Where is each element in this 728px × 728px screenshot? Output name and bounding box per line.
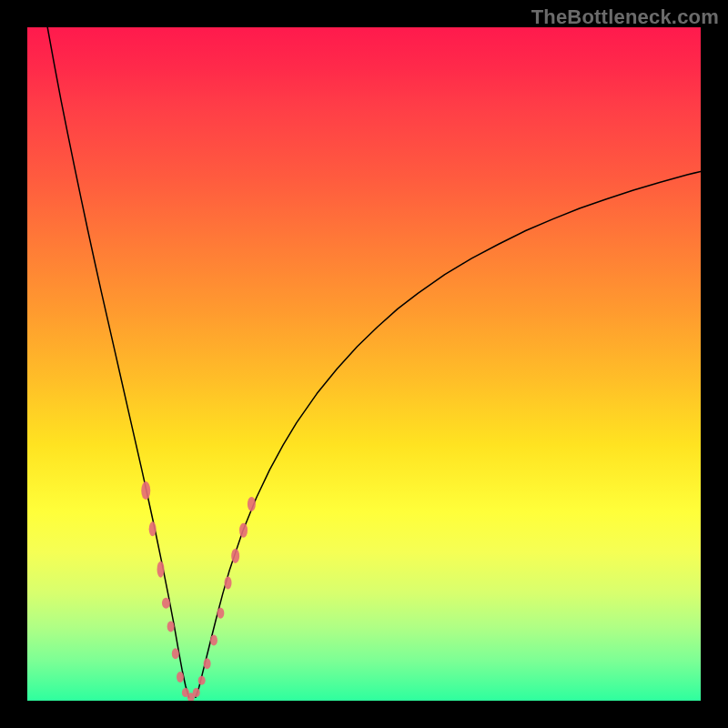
- data-marker: [177, 672, 184, 682]
- data-marker: [217, 608, 224, 619]
- plot-area: [27, 27, 701, 701]
- chart-frame: TheBottleneck.com: [0, 0, 728, 728]
- data-marker: [231, 549, 239, 563]
- data-marker: [204, 658, 211, 669]
- data-marker: [225, 577, 232, 590]
- chart-svg: [27, 27, 701, 701]
- data-marker: [210, 634, 217, 645]
- data-marker: [157, 561, 165, 578]
- data-marker: [149, 521, 157, 536]
- watermark-text: TheBottleneck.com: [531, 5, 719, 29]
- right-branch-curve: [196, 171, 701, 697]
- data-marker: [167, 622, 175, 632]
- data-marker: [193, 688, 200, 697]
- data-marker: [239, 523, 248, 538]
- data-marker: [248, 497, 256, 511]
- left-branch-curve: [47, 27, 188, 697]
- data-marker: [198, 676, 206, 685]
- data-marker: [141, 481, 150, 500]
- data-marker: [172, 648, 179, 659]
- marker-group: [141, 481, 256, 701]
- data-marker: [162, 598, 170, 609]
